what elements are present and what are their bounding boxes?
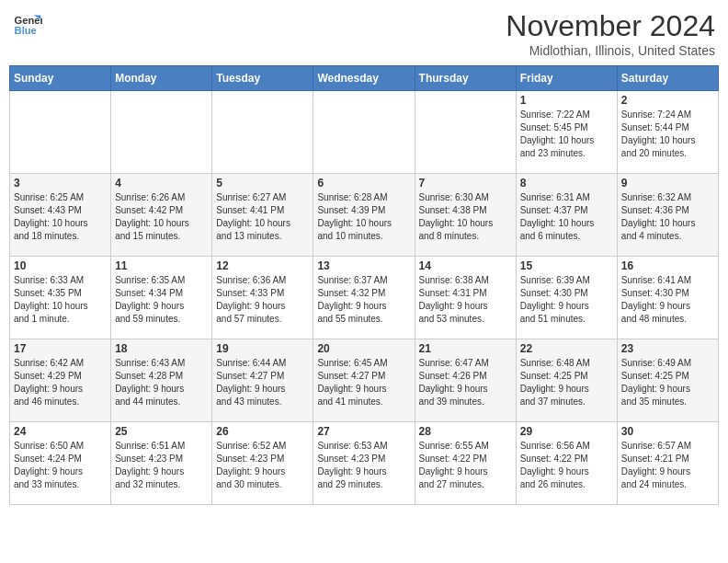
day-number: 5 [216,177,309,190]
weekday-header-monday: Monday [111,66,212,91]
calendar-week-row: 10Sunrise: 6:33 AM Sunset: 4:35 PM Dayli… [10,257,719,339]
calendar-cell: 8Sunrise: 6:31 AM Sunset: 4:37 PM Daylig… [516,174,617,257]
day-info: Sunrise: 6:52 AM Sunset: 4:23 PM Dayligh… [216,440,309,491]
day-number: 28 [419,425,512,438]
calendar-cell [111,91,212,174]
day-info: Sunrise: 6:26 AM Sunset: 4:42 PM Dayligh… [115,191,208,243]
calendar-cell: 3Sunrise: 6:25 AM Sunset: 4:43 PM Daylig… [10,174,111,257]
day-number: 13 [317,259,410,272]
calendar-cell: 17Sunrise: 6:42 AM Sunset: 4:29 PM Dayli… [10,339,111,422]
day-number: 20 [317,342,410,355]
day-info: Sunrise: 6:50 AM Sunset: 4:24 PM Dayligh… [14,440,107,491]
day-number: 3 [14,177,107,190]
calendar-cell: 30Sunrise: 6:57 AM Sunset: 4:21 PM Dayli… [617,422,718,505]
day-info: Sunrise: 6:56 AM Sunset: 4:22 PM Dayligh… [520,440,613,491]
calendar-cell: 12Sunrise: 6:36 AM Sunset: 4:33 PM Dayli… [212,257,313,339]
day-number: 24 [14,425,107,438]
day-number: 1 [520,94,613,107]
day-info: Sunrise: 6:47 AM Sunset: 4:26 PM Dayligh… [419,357,512,408]
calendar-cell: 24Sunrise: 6:50 AM Sunset: 4:24 PM Dayli… [10,422,111,505]
day-info: Sunrise: 7:22 AM Sunset: 5:45 PM Dayligh… [520,109,613,160]
day-number: 7 [419,177,512,190]
day-number: 8 [520,177,613,190]
day-info: Sunrise: 6:38 AM Sunset: 4:31 PM Dayligh… [419,274,512,326]
calendar-cell: 21Sunrise: 6:47 AM Sunset: 4:26 PM Dayli… [415,339,516,422]
weekday-header-friday: Friday [516,66,617,91]
day-info: Sunrise: 6:37 AM Sunset: 4:32 PM Dayligh… [317,274,410,326]
calendar-cell: 2Sunrise: 7:24 AM Sunset: 5:44 PM Daylig… [617,91,718,174]
weekday-header-saturday: Saturday [617,66,718,91]
calendar-week-row: 24Sunrise: 6:50 AM Sunset: 4:24 PM Dayli… [10,422,719,505]
day-number: 25 [115,425,208,438]
calendar-cell: 7Sunrise: 6:30 AM Sunset: 4:38 PM Daylig… [415,174,516,257]
day-info: Sunrise: 6:57 AM Sunset: 4:21 PM Dayligh… [621,440,714,491]
day-number: 17 [14,342,107,355]
weekday-header-tuesday: Tuesday [212,66,313,91]
day-number: 27 [317,425,410,438]
day-info: Sunrise: 6:49 AM Sunset: 4:25 PM Dayligh… [621,357,714,408]
day-number: 6 [317,177,410,190]
weekday-header-sunday: Sunday [10,66,111,91]
page-header: General Blue November 2024 Midlothian, I… [9,9,719,58]
calendar-table: SundayMondayTuesdayWednesdayThursdayFrid… [9,65,719,505]
calendar-cell [313,91,415,174]
day-number: 23 [621,342,714,355]
day-number: 19 [216,342,309,355]
day-info: Sunrise: 6:43 AM Sunset: 4:28 PM Dayligh… [115,357,208,408]
day-number: 2 [621,94,714,107]
day-info: Sunrise: 6:28 AM Sunset: 4:39 PM Dayligh… [317,191,410,243]
calendar-cell: 23Sunrise: 6:49 AM Sunset: 4:25 PM Dayli… [617,339,718,422]
calendar-cell: 28Sunrise: 6:55 AM Sunset: 4:22 PM Dayli… [415,422,516,505]
calendar-header: SundayMondayTuesdayWednesdayThursdayFrid… [10,66,719,91]
calendar-cell: 29Sunrise: 6:56 AM Sunset: 4:22 PM Dayli… [516,422,617,505]
calendar-week-row: 3Sunrise: 6:25 AM Sunset: 4:43 PM Daylig… [10,174,719,257]
calendar-body: 1Sunrise: 7:22 AM Sunset: 5:45 PM Daylig… [10,91,719,505]
day-info: Sunrise: 6:39 AM Sunset: 4:30 PM Dayligh… [520,274,613,326]
day-number: 21 [419,342,512,355]
calendar-cell: 5Sunrise: 6:27 AM Sunset: 4:41 PM Daylig… [212,174,313,257]
day-info: Sunrise: 6:55 AM Sunset: 4:22 PM Dayligh… [419,440,512,491]
calendar-cell: 6Sunrise: 6:28 AM Sunset: 4:39 PM Daylig… [313,174,415,257]
day-info: Sunrise: 6:41 AM Sunset: 4:30 PM Dayligh… [621,274,714,326]
logo: General Blue [13,9,42,39]
day-info: Sunrise: 6:35 AM Sunset: 4:34 PM Dayligh… [115,274,208,326]
weekday-header-thursday: Thursday [415,66,516,91]
calendar-cell [212,91,313,174]
calendar-cell: 20Sunrise: 6:45 AM Sunset: 4:27 PM Dayli… [313,339,415,422]
day-number: 22 [520,342,613,355]
day-number: 4 [115,177,208,190]
day-info: Sunrise: 6:53 AM Sunset: 4:23 PM Dayligh… [317,440,410,491]
day-number: 15 [520,259,613,272]
day-number: 16 [621,259,714,272]
calendar-cell: 4Sunrise: 6:26 AM Sunset: 4:42 PM Daylig… [111,174,212,257]
weekday-header-row: SundayMondayTuesdayWednesdayThursdayFrid… [10,66,719,91]
weekday-header-wednesday: Wednesday [313,66,415,91]
day-number: 11 [115,259,208,272]
calendar-cell [10,91,111,174]
day-number: 29 [520,425,613,438]
day-info: Sunrise: 6:31 AM Sunset: 4:37 PM Dayligh… [520,191,613,243]
day-info: Sunrise: 6:25 AM Sunset: 4:43 PM Dayligh… [14,191,107,243]
day-number: 26 [216,425,309,438]
day-info: Sunrise: 6:36 AM Sunset: 4:33 PM Dayligh… [216,274,309,326]
calendar-cell: 10Sunrise: 6:33 AM Sunset: 4:35 PM Dayli… [10,257,111,339]
logo-icon: General Blue [13,9,42,39]
day-info: Sunrise: 6:45 AM Sunset: 4:27 PM Dayligh… [317,357,410,408]
svg-text:Blue: Blue [15,25,37,36]
location-subtitle: Midlothian, Illinois, United States [506,43,715,58]
calendar-cell: 15Sunrise: 6:39 AM Sunset: 4:30 PM Dayli… [516,257,617,339]
day-info: Sunrise: 7:24 AM Sunset: 5:44 PM Dayligh… [621,109,714,160]
day-info: Sunrise: 6:30 AM Sunset: 4:38 PM Dayligh… [419,191,512,243]
day-number: 12 [216,259,309,272]
day-info: Sunrise: 6:42 AM Sunset: 4:29 PM Dayligh… [14,357,107,408]
day-info: Sunrise: 6:33 AM Sunset: 4:35 PM Dayligh… [14,274,107,326]
calendar-cell: 13Sunrise: 6:37 AM Sunset: 4:32 PM Dayli… [313,257,415,339]
day-number: 14 [419,259,512,272]
calendar-cell: 26Sunrise: 6:52 AM Sunset: 4:23 PM Dayli… [212,422,313,505]
title-block: November 2024 Midlothian, Illinois, Unit… [506,9,715,58]
calendar-cell: 27Sunrise: 6:53 AM Sunset: 4:23 PM Dayli… [313,422,415,505]
day-number: 30 [621,425,714,438]
calendar-cell: 1Sunrise: 7:22 AM Sunset: 5:45 PM Daylig… [516,91,617,174]
day-info: Sunrise: 6:48 AM Sunset: 4:25 PM Dayligh… [520,357,613,408]
calendar-cell: 19Sunrise: 6:44 AM Sunset: 4:27 PM Dayli… [212,339,313,422]
